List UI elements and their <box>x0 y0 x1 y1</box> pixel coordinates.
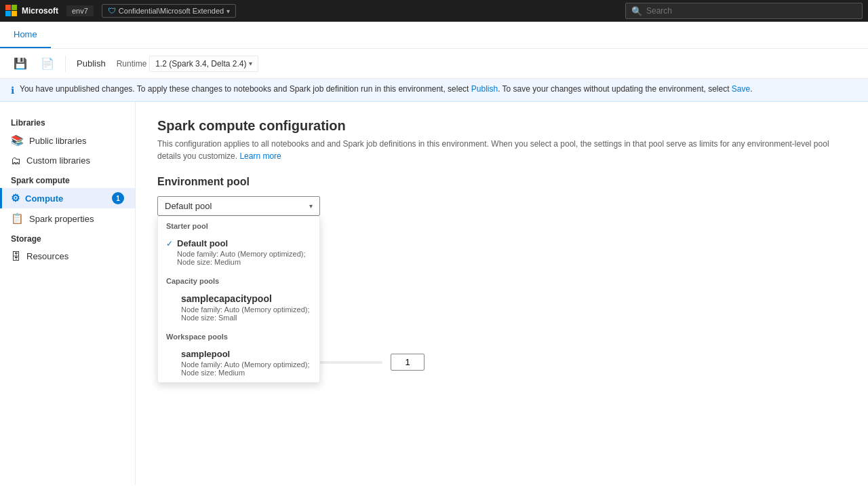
sidebar-item-compute[interactable]: ⚙ Compute 1 <box>0 188 135 208</box>
content-area: Spark compute configuration This configu… <box>136 102 868 485</box>
pool-dropdown-menu: Starter pool ✓ Default pool Node family:… <box>157 216 320 383</box>
sidebar: Libraries 📚 Public libraries 🗂 Custom li… <box>0 102 136 485</box>
chevron-down-icon: ▾ <box>309 202 313 210</box>
sidebar-item-label: Compute <box>25 193 63 204</box>
sidebar-spark-label: Spark compute <box>0 170 135 188</box>
ms-logo-text: Microsoft <box>22 6 58 16</box>
runtime-dropdown[interactable]: 1.2 (Spark 3.4, Delta 2.4) ▾ <box>149 56 258 72</box>
sidebar-item-spark-properties[interactable]: 📋 Spark properties <box>0 208 135 229</box>
capacity-pool-desc: Node family: Auto (Memory optimized); No… <box>181 305 311 322</box>
resources-icon: 🗄 <box>11 250 21 262</box>
banner-save-link[interactable]: Save <box>732 84 750 94</box>
default-pool-content: Default pool Node family: Auto (Memory o… <box>177 238 311 266</box>
sidebar-item-label: Spark properties <box>29 214 94 224</box>
dropdown-item-default-pool[interactable]: ✓ Default pool Node family: Auto (Memory… <box>158 233 319 272</box>
pool-dropdown-value: Default pool <box>165 201 212 211</box>
ms-logo-grid <box>5 5 18 17</box>
capacity-pool-content: samplecapacitypool Node family: Auto (Me… <box>181 293 311 322</box>
search-bar: 🔍 <box>625 3 863 19</box>
sidebar-item-label: Custom libraries <box>26 155 90 166</box>
runtime-value: 1.2 (Spark 3.4, Delta 2.4) <box>155 59 246 69</box>
confidential-label: Confidential\Microsoft Extended <box>119 7 224 15</box>
workspace-pool-group-label: Workspace pools <box>158 327 319 343</box>
compute-icon: ⚙ <box>11 192 20 204</box>
page-title: Spark compute configuration <box>157 118 846 134</box>
toolbar: 💾 📄 Publish Runtime 1.2 (Spark 3.4, Delt… <box>0 49 868 79</box>
sidebar-item-public-libraries[interactable]: 📚 Public libraries <box>0 130 135 151</box>
save-button[interactable]: 💾 <box>8 54 33 73</box>
compute-badge: 1 <box>112 192 124 204</box>
default-pool-name: Default pool <box>177 238 311 248</box>
sidebar-item-custom-libraries[interactable]: 🗂 Custom libraries <box>0 151 135 170</box>
env-name: env7 <box>72 7 88 15</box>
public-libraries-icon: 📚 <box>11 134 24 147</box>
sidebar-item-label: Public libraries <box>29 136 87 146</box>
nav-bar: Home <box>0 22 868 49</box>
chevron-down-icon: ▾ <box>249 60 252 67</box>
tab-home[interactable]: Home <box>0 22 51 48</box>
confidential-badge: 🛡 Confidential\Microsoft Extended ▾ <box>102 4 236 18</box>
info-icon: ℹ <box>11 85 14 96</box>
capacity-pool-group-label: Capacity pools <box>158 272 319 288</box>
pool-dropdown-container: Default pool ▾ Starter pool ✓ Default po… <box>157 196 320 216</box>
env-badge[interactable]: env7 <box>66 5 94 16</box>
search-icon: 🔍 <box>631 6 642 16</box>
file-button[interactable]: 📄 <box>35 54 60 73</box>
default-pool-desc: Node family: Auto (Memory optimized); No… <box>177 250 311 266</box>
spark-properties-icon: 📋 <box>11 212 24 225</box>
file-icon: 📄 <box>41 57 54 70</box>
workspace-pool-desc: Node family: Auto (Memory optimized); No… <box>181 360 311 377</box>
pool-dropdown[interactable]: Default pool ▾ <box>157 196 320 216</box>
main-layout: Libraries 📚 Public libraries 🗂 Custom li… <box>0 102 868 485</box>
dropdown-item-samplepool[interactable]: samplepool Node family: Auto (Memory opt… <box>158 343 319 382</box>
check-icon: ✓ <box>166 239 173 248</box>
publish-button[interactable]: Publish <box>71 56 111 71</box>
publish-label: Publish <box>77 58 106 69</box>
page-desc: This configuration applies to all notebo… <box>157 138 846 162</box>
info-banner: ℹ You have unpublished changes. To apply… <box>0 79 868 102</box>
sidebar-item-resources[interactable]: 🗄 Resources <box>0 246 135 266</box>
shield-icon: 🛡 <box>108 6 116 16</box>
save-icon: 💾 <box>14 57 27 70</box>
env-pool-section-title: Environment pool <box>157 176 846 188</box>
dropdown-item-samplecapacitypool[interactable]: samplecapacitypool Node family: Auto (Me… <box>158 288 319 327</box>
ms-logo: Microsoft <box>5 5 58 17</box>
starter-pool-group-label: Starter pool <box>158 217 319 233</box>
learn-more-link[interactable]: Learn more <box>239 151 281 161</box>
banner-message: You have unpublished changes. To apply t… <box>20 84 753 94</box>
runtime-label: Runtime <box>117 59 147 69</box>
sidebar-storage-label: Storage <box>0 229 135 246</box>
sidebar-item-label: Resources <box>26 251 68 261</box>
top-bar: Microsoft env7 🛡 Confidential\Microsoft … <box>0 0 868 22</box>
sidebar-libraries-label: Libraries <box>0 113 135 130</box>
toolbar-separator <box>65 56 66 72</box>
workspace-pool-name: samplepool <box>181 349 311 359</box>
executor-instances-max-input[interactable] <box>391 354 425 371</box>
banner-publish-link[interactable]: Publish <box>471 84 498 94</box>
capacity-pool-name: samplecapacitypool <box>181 293 311 304</box>
workspace-pool-content: samplepool Node family: Auto (Memory opt… <box>181 349 311 377</box>
search-input[interactable] <box>646 6 856 16</box>
chevron-down-icon: ▾ <box>226 7 230 15</box>
custom-libraries-icon: 🗂 <box>11 155 21 166</box>
